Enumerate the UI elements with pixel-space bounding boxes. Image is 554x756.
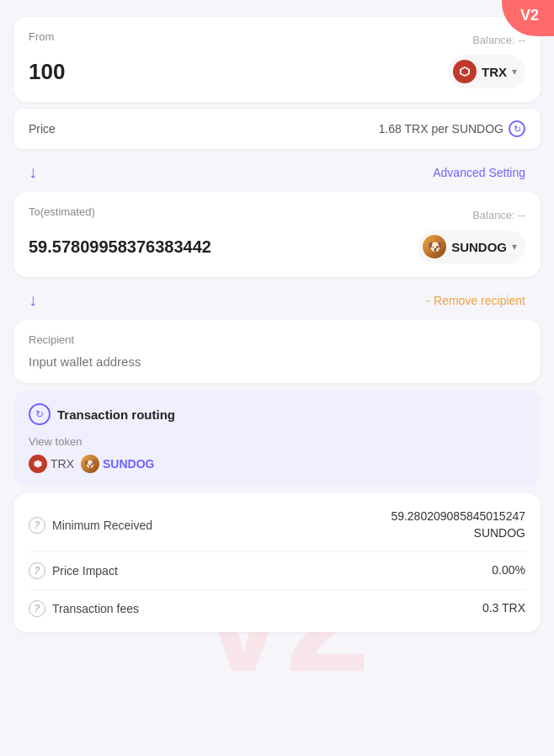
trx-chip-name: TRX <box>51 457 74 471</box>
arrow-down-icon-1[interactable]: ↓ <box>29 162 37 182</box>
from-label: From <box>29 30 54 43</box>
transaction-fees-value: 0.3 TRX <box>482 600 525 617</box>
price-value-text: 1.68 TRX per SUNDOG <box>379 122 503 136</box>
recipient-label: Recipient <box>29 333 525 346</box>
minimum-received-label: Minimum Received <box>52 519 152 532</box>
refresh-icon[interactable]: ↻ <box>509 120 525 137</box>
sundog-icon: 🐶 <box>423 235 446 258</box>
to-label: To(estimated) <box>29 205 95 218</box>
routing-section: ↻ Transaction routing View token TRX 🐶 S… <box>13 390 541 487</box>
info-rows: ? Minimum Received 59.280209085845015247… <box>13 493 541 632</box>
from-token-selector[interactable]: TRX ▾ <box>448 55 525 88</box>
token-chip-sundog: 🐶 SUNDOG <box>81 455 154 473</box>
arrow-down-icon-2[interactable]: ↓ <box>29 290 37 310</box>
trx-sm-icon <box>29 455 47 473</box>
trx-icon <box>453 60 477 83</box>
info-row-transaction-fees: ? Transaction fees 0.3 TRX <box>29 590 525 627</box>
view-token-label: View token <box>29 435 525 448</box>
transaction-fees-help-icon[interactable]: ? <box>29 600 45 617</box>
price-impact-help-icon[interactable]: ? <box>29 562 45 579</box>
minimum-received-value: 59.280209085845015247SUNDOG <box>391 508 525 541</box>
to-card: To(estimated) Balance: -- 59.57809958376… <box>13 192 541 277</box>
price-impact-label: Price Impact <box>52 564 118 578</box>
arrow-row-2: ↓ - Remove recipient <box>13 284 541 317</box>
price-value-row: 1.68 TRX per SUNDOG ↻ <box>379 120 525 137</box>
transaction-fees-label: Transaction fees <box>52 602 139 615</box>
to-amount: 59.57809958376383442 <box>29 237 211 257</box>
from-card: From Balance: -- TRX ▾ <box>13 17 541 102</box>
info-left-transaction-fees: ? Transaction fees <box>29 600 139 617</box>
recipient-input[interactable] <box>29 354 525 369</box>
price-impact-value: 0.00% <box>492 562 525 579</box>
sundog-sm-icon: 🐶 <box>81 455 99 473</box>
remove-recipient-link[interactable]: - Remove recipient <box>427 294 526 307</box>
price-label: Price <box>29 122 56 136</box>
routing-icon: ↻ <box>29 403 51 425</box>
to-token-selector[interactable]: 🐶 SUNDOG ▾ <box>418 230 525 264</box>
advanced-setting-link[interactable]: Advanced Setting <box>433 166 525 179</box>
from-token-chevron[interactable]: ▾ <box>512 66 517 77</box>
token-chip-trx: TRX <box>29 455 74 473</box>
from-balance: Balance: -- <box>472 34 525 46</box>
routing-header: ↻ Transaction routing <box>29 403 525 425</box>
routing-title: Transaction routing <box>57 407 175 422</box>
arrow-row-1: ↓ Advanced Setting <box>13 156 541 189</box>
sundog-chip-name: SUNDOG <box>103 457 154 471</box>
info-row-minimum-received: ? Minimum Received 59.280209085845015247… <box>29 498 525 552</box>
info-left-minimum: ? Minimum Received <box>29 517 152 534</box>
to-token-chevron[interactable]: ▾ <box>512 241 517 253</box>
from-token-name: TRX <box>482 65 507 79</box>
to-balance: Balance: -- <box>472 209 525 221</box>
recipient-card: Recipient <box>13 320 541 383</box>
minimum-received-help-icon[interactable]: ? <box>29 517 45 534</box>
info-row-price-impact: ? Price Impact 0.00% <box>29 552 525 590</box>
info-left-price-impact: ? Price Impact <box>29 562 118 579</box>
price-row: Price 1.68 TRX per SUNDOG ↻ <box>13 109 541 149</box>
to-token-name: SUNDOG <box>451 240 507 254</box>
token-chips: TRX 🐶 SUNDOG <box>29 455 525 473</box>
from-amount-input[interactable] <box>29 59 197 85</box>
